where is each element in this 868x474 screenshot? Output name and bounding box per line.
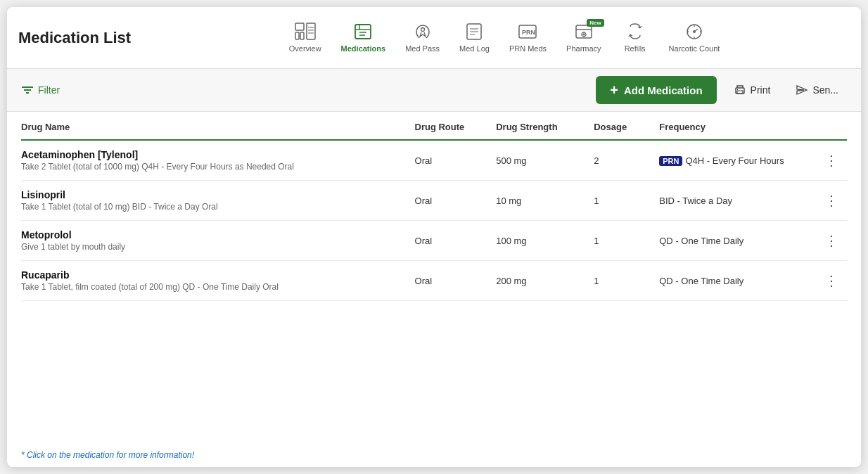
row-actions-cell[interactable]: ⋮ <box>816 140 847 181</box>
med-pass-icon <box>411 22 434 41</box>
drug-strength-cell: 100 mg <box>490 221 588 261</box>
refills-label: Refills <box>625 44 646 53</box>
drug-name-text: Lisinopril <box>21 189 404 200</box>
send-button[interactable]: Sen... <box>787 79 847 101</box>
svg-rect-7 <box>355 25 371 39</box>
new-badge: New <box>587 19 604 27</box>
column-drug-name: Drug Name <box>21 112 409 140</box>
column-drug-route: Drug Route <box>409 112 491 140</box>
nav-items: Overview Medications <box>159 16 850 59</box>
drug-name-text: Metoprolol <box>21 229 404 241</box>
svg-rect-1 <box>295 32 299 39</box>
sidebar-item-med-log[interactable]: Med Log <box>451 16 498 59</box>
narcotic-count-icon <box>683 22 706 41</box>
drug-route-cell: Oral <box>409 261 491 301</box>
table-row[interactable]: Metoprolol Give 1 tablet by mouth daily … <box>21 221 847 261</box>
send-icon <box>796 84 808 96</box>
frequency-cell: BID - Twice a Day <box>653 181 816 221</box>
med-pass-label: Med Pass <box>405 44 440 53</box>
svg-rect-0 <box>295 23 304 30</box>
footnote: * Click on the medication for more infor… <box>7 440 861 467</box>
row-menu-button[interactable]: ⋮ <box>822 193 841 208</box>
drug-route-cell: Oral <box>409 181 491 221</box>
print-icon <box>734 84 746 96</box>
frequency-cell: QD - One Time Daily <box>653 221 816 261</box>
row-menu-button[interactable]: ⋮ <box>822 233 841 248</box>
filter-button[interactable]: Filter <box>21 84 60 96</box>
svg-point-36 <box>736 89 737 90</box>
filter-icon <box>21 84 34 96</box>
main-window: Medication List Overview <box>7 7 861 467</box>
add-medication-label: Add Medication <box>624 84 703 96</box>
medication-table: Drug Name Drug Route Drug Strength Dosag… <box>21 112 847 301</box>
prn-meds-icon: PRN <box>516 22 539 41</box>
table-header-row: Drug Name Drug Route Drug Strength Dosag… <box>21 112 847 140</box>
med-log-icon <box>463 22 485 41</box>
sidebar-item-medications[interactable]: Medications <box>333 16 395 59</box>
drug-name-text: Rucaparib <box>21 269 404 281</box>
page-title: Medication List <box>18 29 131 47</box>
svg-line-30 <box>694 29 698 32</box>
svg-rect-3 <box>307 23 315 39</box>
dosage-cell: 1 <box>588 261 653 301</box>
sidebar-item-prn-meds[interactable]: PRN PRN Meds <box>501 16 555 59</box>
drug-instruction-text: Take 1 Tablet, film coated (total of 200… <box>21 282 404 292</box>
med-log-label: Med Log <box>459 44 490 53</box>
prn-meds-label: PRN Meds <box>509 44 547 53</box>
row-actions-cell[interactable]: ⋮ <box>816 221 847 261</box>
column-frequency: Frequency <box>653 112 816 140</box>
top-bar: Medication List Overview <box>7 7 861 69</box>
drug-name-text: Acetaminophen [Tylenol] <box>21 149 404 160</box>
sidebar-item-narcotic-count[interactable]: Narcotic Count <box>660 16 729 59</box>
column-drug-strength: Drug Strength <box>490 112 588 140</box>
row-actions-cell[interactable]: ⋮ <box>816 181 847 221</box>
dosage-cell: 1 <box>588 221 653 261</box>
svg-rect-19 <box>576 25 592 38</box>
drug-route-cell: Oral <box>409 221 491 261</box>
table-row[interactable]: Rucaparib Take 1 Tablet, film coated (to… <box>21 261 847 301</box>
filter-label: Filter <box>38 84 60 96</box>
drug-strength-cell: 10 mg <box>490 181 588 221</box>
narcotic-count-label: Narcotic Count <box>669 44 720 53</box>
svg-rect-2 <box>300 32 304 39</box>
print-label: Print <box>751 84 771 96</box>
pharmacy-label: Pharmacy <box>566 44 601 53</box>
prn-badge: PRN <box>659 156 682 166</box>
drug-instruction-text: Take 1 Tablet (total of 10 mg) BID - Twi… <box>21 202 404 212</box>
dosage-cell: 1 <box>588 181 653 221</box>
table-row[interactable]: Acetaminophen [Tylenol] Take 2 Tablet (t… <box>21 140 847 181</box>
table-row[interactable]: Lisinopril Take 1 Tablet (total of 10 mg… <box>21 181 847 221</box>
toolbar: Filter + Add Medication Print <box>7 69 861 112</box>
dosage-cell: 2 <box>588 140 653 181</box>
sidebar-item-med-pass[interactable]: Med Pass <box>397 16 448 59</box>
drug-strength-cell: 500 mg <box>490 140 588 181</box>
drug-instruction-text: Give 1 tablet by mouth daily <box>21 242 404 252</box>
send-label: Sen... <box>812 84 838 96</box>
medications-icon <box>352 22 374 41</box>
print-button[interactable]: Print <box>725 79 779 101</box>
sidebar-item-refills[interactable]: Refills <box>613 16 658 59</box>
frequency-cell: QD - One Time Daily <box>653 261 816 301</box>
refills-icon <box>624 22 646 41</box>
drug-instruction-text: Take 2 Tablet (total of 1000 mg) Q4H - E… <box>21 162 404 172</box>
sidebar-item-pharmacy[interactable]: New Pharmacy <box>558 16 610 59</box>
svg-point-12 <box>421 27 424 31</box>
frequency-cell: PRNQ4H - Every Four Hours <box>653 140 816 181</box>
svg-text:PRN: PRN <box>522 29 535 36</box>
row-menu-button[interactable]: ⋮ <box>822 273 841 288</box>
add-medication-button[interactable]: + Add Medication <box>596 76 716 104</box>
row-menu-button[interactable]: ⋮ <box>822 153 841 168</box>
overview-icon <box>294 22 317 41</box>
medications-label: Medications <box>341 44 386 53</box>
medication-table-container: Drug Name Drug Route Drug Strength Dosag… <box>7 112 861 440</box>
overview-label: Overview <box>289 44 321 53</box>
column-dosage: Dosage <box>588 112 653 140</box>
drug-strength-cell: 200 mg <box>490 261 588 301</box>
sidebar-item-overview[interactable]: Overview <box>281 16 330 59</box>
row-actions-cell[interactable]: ⋮ <box>816 261 847 301</box>
add-icon: + <box>610 83 618 97</box>
drug-route-cell: Oral <box>409 140 491 181</box>
